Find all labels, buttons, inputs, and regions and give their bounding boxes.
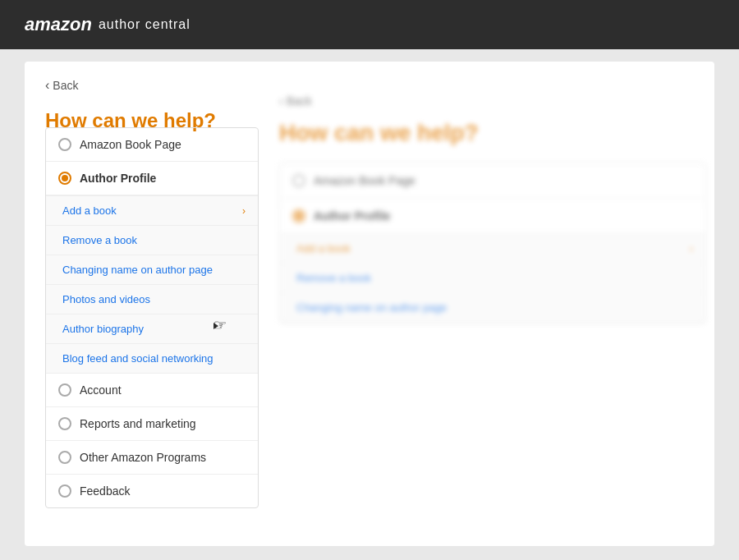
menu-item-feedback[interactable]: Feedback [46, 475, 258, 507]
right-changing-name-label: Changing name on author page [296, 301, 447, 314]
menu-item-author-profile[interactable]: Author Profile [46, 162, 258, 195]
amazon-book-page-label: Amazon Book Page [80, 138, 181, 151]
menu-item-amazon-book-page[interactable]: Amazon Book Page [46, 128, 258, 162]
reports-marketing-label: Reports and marketing [80, 417, 196, 430]
add-book-label: Add a book [62, 204, 117, 217]
main-content: ‹ Back How can we help? Amazon Book Page… [25, 62, 714, 546]
right-menu-list: Amazon Book Page Author Profile Add a bo… [279, 163, 706, 324]
right-radio-amazon-book-page [292, 174, 305, 187]
right-author-profile-label: Author Profile [314, 209, 390, 223]
other-amazon-label: Other Amazon Programs [80, 451, 206, 464]
remove-book-label: Remove a book [62, 234, 137, 246]
radio-inner-dot [62, 175, 68, 181]
right-menu-amazon-book-page: Amazon Book Page [280, 163, 705, 199]
right-add-book-label: Add a book [296, 242, 351, 255]
right-back-link: ‹ Back [279, 94, 706, 108]
changing-name-label: Changing name on author page [62, 264, 213, 276]
menu-item-reports-marketing[interactable]: Reports and marketing [46, 407, 258, 441]
right-sub-changing-name: Changing name on author page [280, 293, 705, 323]
sub-item-remove-book[interactable]: Remove a book [46, 226, 258, 255]
logo-subtitle: author central [99, 17, 190, 32]
sub-item-changing-name[interactable]: Changing name on author page [46, 255, 258, 285]
right-sub-add-book: Add a book › [280, 234, 705, 264]
radio-other-amazon [58, 451, 71, 464]
photos-videos-label: Photos and videos [62, 293, 150, 305]
radio-feedback [58, 484, 71, 498]
chevron-right-icon: › [242, 205, 246, 217]
back-chevron-icon: ‹ [45, 78, 49, 93]
logo: amazon author central [25, 14, 190, 35]
right-panel-blurred: ‹ Back How can we help? Amazon Book Page… [279, 94, 706, 530]
right-back-chevron-icon: ‹ [279, 94, 283, 108]
right-sub-remove-book: Remove a book [280, 264, 705, 293]
account-label: Account [80, 383, 122, 397]
radio-author-profile [58, 172, 71, 185]
right-chevron-icon: › [690, 242, 693, 255]
menu-item-account[interactable]: Account [46, 374, 258, 407]
blog-feed-label: Blog feed and social networking [62, 352, 213, 365]
menu-item-other-amazon[interactable]: Other Amazon Programs [46, 441, 258, 475]
radio-amazon-book-page [58, 138, 71, 151]
feedback-label: Feedback [80, 484, 130, 498]
right-menu-author-profile: Author Profile [280, 199, 705, 234]
author-profile-label: Author Profile [80, 172, 156, 185]
back-label: Back [53, 79, 78, 92]
right-remove-book-label: Remove a book [296, 272, 371, 284]
author-biography-label: Author biography [62, 323, 144, 335]
right-radio-inner-dot [296, 213, 302, 219]
header: amazon author central [0, 0, 739, 49]
sub-item-photos-videos[interactable]: Photos and videos [46, 285, 258, 314]
right-back-label: Back [287, 94, 312, 108]
right-radio-author-profile [292, 209, 305, 223]
sub-item-blog-feed[interactable]: Blog feed and social networking [46, 344, 258, 373]
radio-reports-marketing [58, 417, 71, 430]
author-profile-sub-menu: Add a book › Remove a book Changing name… [46, 195, 258, 374]
right-amazon-book-page-label: Amazon Book Page [314, 174, 415, 187]
radio-account [58, 383, 71, 397]
sub-item-add-book[interactable]: Add a book › [46, 196, 258, 226]
left-panel: Amazon Book Page Author Profile Add a bo… [45, 127, 259, 508]
back-link[interactable]: ‹ Back [45, 78, 694, 93]
logo-amazon-text: amazon [25, 14, 92, 35]
right-sub-section: Add a book › Remove a book Changing name… [280, 234, 705, 323]
sub-item-author-biography[interactable]: Author biography [46, 314, 258, 344]
menu-list: Amazon Book Page Author Profile Add a bo… [45, 127, 259, 508]
